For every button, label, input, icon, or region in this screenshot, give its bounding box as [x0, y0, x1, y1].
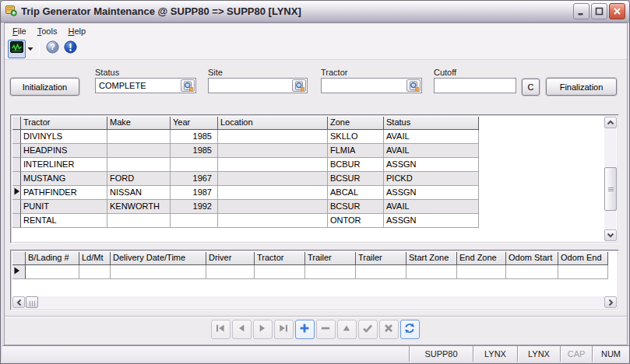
tractor-lookup-button[interactable] [407, 79, 421, 92]
cell[interactable]: FLMIA [328, 144, 384, 158]
cell[interactable] [356, 265, 407, 279]
menu-item-file[interactable]: File [7, 25, 32, 37]
cell[interactable]: KENWORTH [107, 200, 171, 214]
cell[interactable]: MUSTANG [21, 172, 107, 186]
menu-item-tools[interactable]: Tools [32, 25, 63, 37]
status-input[interactable]: COMPLETE [95, 78, 196, 93]
cell[interactable]: PUNIT [21, 200, 107, 214]
tractor-grid[interactable]: TractorMakeYearLocationZoneStatusDIVINYL… [12, 117, 479, 228]
scroll-right-button[interactable] [604, 296, 617, 308]
cell[interactable]: ABCAL [328, 186, 384, 200]
cell[interactable]: FORD [107, 172, 171, 186]
cell[interactable]: 1967 [171, 172, 218, 186]
column-header-status[interactable]: Status [384, 117, 479, 130]
cell[interactable]: ASSGN [384, 186, 479, 200]
cell[interactable]: PATHFINDER [21, 186, 107, 200]
column-header-location[interactable]: Location [218, 117, 328, 130]
column-header-trailer[interactable]: Trailer [305, 252, 356, 265]
table-row[interactable]: MUSTANGFORD1967BCSURPICKD [12, 172, 479, 186]
cell[interactable] [206, 265, 255, 279]
column-header-b-lading-[interactable]: B/Lading # [26, 252, 79, 265]
initialization-button[interactable]: Initialization [10, 78, 79, 96]
close-button[interactable] [609, 3, 625, 19]
cell[interactable]: INTERLINER [21, 158, 107, 172]
column-header-make[interactable]: Make [107, 117, 171, 130]
cell[interactable] [305, 265, 356, 279]
column-header-year[interactable]: Year [171, 117, 218, 130]
cell[interactable]: SKLLO [328, 130, 384, 144]
column-header-trailer[interactable]: Trailer [356, 252, 407, 265]
table-row[interactable]: PUNITKENWORTH1992BCSURAVAIL [12, 200, 479, 214]
cell[interactable]: 1987 [171, 186, 218, 200]
cell[interactable]: 1992 [171, 200, 218, 214]
column-header-start-zone[interactable]: Start Zone [407, 252, 457, 265]
table-row[interactable]: DIVINYLS1985SKLLOAVAIL [12, 130, 479, 144]
cell[interactable] [218, 200, 328, 214]
cell[interactable]: NISSAN [107, 186, 171, 200]
site-lookup-button[interactable] [292, 79, 306, 92]
cell[interactable]: DIVINYLS [21, 130, 107, 144]
cell[interactable] [171, 214, 218, 228]
cell[interactable] [218, 172, 328, 186]
trip-generator-button[interactable] [8, 40, 26, 58]
column-header-zone[interactable]: Zone [328, 117, 384, 130]
scrollbar-track[interactable] [25, 296, 604, 308]
column-header-odom-end[interactable]: Odom End [558, 252, 608, 265]
scrollbar-thumb[interactable] [26, 296, 38, 308]
about-button[interactable] [62, 40, 79, 58]
scrollbar-thumb[interactable] [604, 167, 617, 211]
maximize-button[interactable] [591, 3, 607, 19]
table-row[interactable]: HEADPINS1985FLMIAAVAIL [12, 144, 479, 158]
cell[interactable]: BCBUR [328, 158, 384, 172]
table-row[interactable] [12, 265, 608, 279]
cell[interactable] [26, 265, 79, 279]
c-button[interactable]: C [522, 79, 540, 96]
cell[interactable] [107, 144, 171, 158]
cell[interactable] [171, 158, 218, 172]
column-header-tractor[interactable]: Tractor [255, 252, 305, 265]
cell[interactable]: ASSGN [384, 214, 479, 228]
table-row[interactable]: PATHFINDERNISSAN1987ABCALASSGN [12, 186, 479, 200]
cell[interactable] [558, 265, 608, 279]
cell[interactable] [111, 265, 206, 279]
cutoff-input[interactable] [434, 78, 516, 93]
trip-detail-grid[interactable]: B/Lading #Ld/MtDelivery Date/TimeDriverT… [12, 252, 608, 279]
column-header-driver[interactable]: Driver [206, 252, 255, 265]
cell[interactable] [407, 265, 457, 279]
cell[interactable]: AVAIL [384, 200, 479, 214]
trip-grid-horizontal-scrollbar[interactable] [12, 296, 617, 308]
cell[interactable] [79, 265, 111, 279]
scroll-left-button[interactable] [12, 296, 25, 308]
column-header-end-zone[interactable]: End Zone [457, 252, 506, 265]
cell[interactable]: ONTOR [328, 214, 384, 228]
cell[interactable] [107, 130, 171, 144]
column-header-odom-start[interactable]: Odom Start [506, 252, 558, 265]
status-lookup-button[interactable] [181, 79, 195, 92]
refresh-record-button[interactable] [400, 320, 420, 339]
cell[interactable]: HEADPINS [21, 144, 107, 158]
title-bar[interactable]: Trip Generator Maintenance @ SUPP80 => S… [1, 1, 629, 23]
scroll-down-button[interactable] [604, 229, 617, 241]
cell[interactable]: 1985 [171, 144, 218, 158]
scrollbar-track[interactable] [604, 128, 617, 229]
menu-item-help[interactable]: Help [62, 25, 91, 37]
cell[interactable]: BCSUR [328, 172, 384, 186]
cell[interactable] [218, 186, 328, 200]
cell[interactable] [107, 158, 171, 172]
column-header-delivery-date-time[interactable]: Delivery Date/Time [111, 252, 206, 265]
cell[interactable] [218, 130, 328, 144]
cell[interactable] [457, 265, 506, 279]
tractor-grid-vertical-scrollbar[interactable] [604, 117, 617, 241]
site-input[interactable] [208, 78, 308, 93]
tractor-input[interactable] [321, 78, 422, 93]
cell[interactable]: AVAIL [384, 144, 479, 158]
help-button[interactable]: ? [44, 40, 62, 58]
finalization-button[interactable]: Finalization [546, 78, 617, 96]
column-header-tractor[interactable]: Tractor [21, 117, 107, 130]
cell[interactable]: BCSUR [328, 200, 384, 214]
table-row[interactable]: INTERLINERBCBURASSGN [12, 158, 479, 172]
insert-record-button[interactable] [295, 320, 315, 339]
cell[interactable]: ASSGN [384, 158, 479, 172]
cell[interactable] [218, 144, 328, 158]
column-header-ld-mt[interactable]: Ld/Mt [79, 252, 111, 265]
